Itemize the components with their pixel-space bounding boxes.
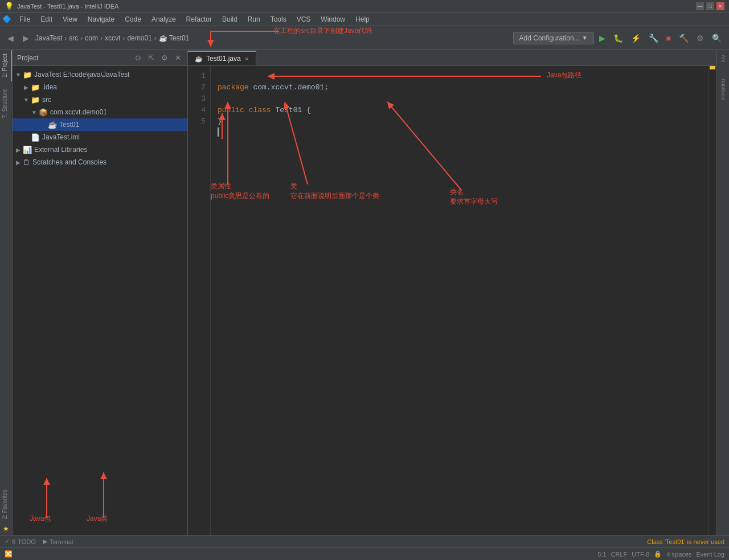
stop-button[interactable]: ■ [664,32,674,44]
terminal-item[interactable]: ▶ Terminal [43,538,73,545]
menu-help[interactable]: Help [351,14,374,24]
class-icon-test01: ☕ [48,121,57,129]
add-config-dropdown-icon: ▼ [582,35,588,41]
panel-settings-button[interactable]: ⚙ [159,53,170,63]
terminal-label: Terminal [50,538,73,545]
breadcrumb-com[interactable]: com [85,34,98,42]
tree-label-iml: JavaTest.iml [42,133,80,141]
cursor-position[interactable]: 5:1 [597,551,606,558]
tree-item-iml[interactable]: ▶ 📄 JavaTest.iml [13,131,187,143]
code-editor[interactable]: 1 2 3 4 5 package com.xccvt.demo01; publ… [188,66,716,535]
menu-window[interactable]: Window [316,14,350,24]
search-button[interactable]: 🔍 [709,32,724,44]
toolbar-forward-button[interactable]: ▶ [20,32,32,44]
line-separator[interactable]: CRLF [611,551,628,558]
warning-mark [710,66,715,69]
bottom-bar: ✓ 6 TODO ▶ Terminal Class 'Test01' is ne… [0,535,729,547]
structure-tab[interactable]: 7: Structure [0,85,12,122]
right-panel-tabs: Ant Database [716,50,729,535]
breadcrumb-test01[interactable]: ☕ Test01 [159,34,189,42]
encoding[interactable]: UTF-8 [632,551,649,558]
settings-button[interactable]: ⚙ [694,32,707,44]
tree-annotations-area: Java包 Java类 [13,467,187,535]
favorites-tab[interactable]: 2: Favorites [0,486,12,522]
editor-area: ☕ Test01.java ✕ 1 2 3 4 5 package com.xc… [188,50,716,535]
intellij-icon: 🔷 [2,15,11,23]
tree-item-javatest[interactable]: ▼ 📁 JavaTest E:\code\java\JavaTest [13,68,187,81]
tree-label-idea: .idea [42,83,57,91]
status-right: 5:1 CRLF UTF-8 🔒 4 spaces Event Log [597,550,724,558]
line-num-3: 3 [188,93,206,105]
add-configuration-button[interactable]: Add Configuration... ▼ [513,32,594,44]
menu-view[interactable]: View [58,14,82,24]
breadcrumb-javatest[interactable]: JavaTest [35,34,62,42]
toolbar-back-button[interactable]: ◀ [5,32,17,44]
ant-tab[interactable]: Ant [719,52,727,65]
expand-arrow-javatest: ▼ [15,72,22,78]
expand-arrow-package: ▼ [31,109,38,116]
panel-sync-button[interactable]: ⊙ [133,53,143,63]
menu-tools[interactable]: Tools [266,14,291,24]
tab-bar: ☕ Test01.java ✕ [188,50,716,66]
database-tab[interactable]: Database [719,76,727,103]
tree-item-test01[interactable]: ▶ ☕ Test01 [13,118,187,131]
tree-item-src[interactable]: ▼ 📁 src [13,93,187,106]
menu-run[interactable]: Run [243,14,265,24]
build-button[interactable]: 🔨 [676,32,691,44]
status-bar: 🔀 5:1 CRLF UTF-8 🔒 4 spaces Event Log [0,547,729,560]
menu-file[interactable]: File [15,14,35,24]
debug-button[interactable]: 🐛 [611,32,626,44]
code-line-2 [218,94,222,103]
main-content: 1: Project 7: Structure 2: Favorites ★ P… [0,50,729,535]
annotation-java-class: Java类 [87,514,108,524]
menu-build[interactable]: Build [218,14,242,24]
expand-arrow-idea: ▶ [23,84,30,90]
star-icon[interactable]: ★ [0,522,12,535]
left-sidebar-tabs: 1: Project 7: Structure 2: Favorites ★ [0,50,13,535]
add-config-label: Add Configuration... [519,34,580,42]
expand-arrow-iml: ▶ [23,134,30,141]
tree-item-scratches[interactable]: ▶ 🗒 Scratches and Consoles [13,156,187,168]
tree-item-external-libs[interactable]: ▶ 📊 External Libraries [13,143,187,156]
breadcrumb-demo01[interactable]: demo01 [127,34,151,42]
panel-collapse-button[interactable]: ⇱ [146,53,156,63]
panel-close-button[interactable]: ✕ [173,53,183,63]
project-tab[interactable]: 1: Project [0,50,12,81]
todo-item[interactable]: ✓ 6 TODO [5,538,36,545]
tree-item-idea[interactable]: ▶ 📁 .idea [13,81,187,93]
menu-analyze[interactable]: Analyze [147,14,181,24]
tab-test01[interactable]: ☕ Test01.java ✕ [188,51,256,65]
menu-edit[interactable]: Edit [36,14,57,24]
menu-vcs[interactable]: VCS [292,14,316,24]
menu-code[interactable]: Code [120,14,146,24]
profile-button[interactable]: 🔧 [646,32,661,44]
close-button[interactable]: ✕ [716,2,724,10]
menu-navigate[interactable]: Navigate [83,14,119,24]
folder-icon-javatest: 📁 [23,71,32,79]
code-content[interactable]: package com.xccvt.demo01; public class T… [211,66,708,535]
tab-close-button[interactable]: ✕ [244,56,249,62]
maximize-button[interactable]: □ [706,2,714,10]
event-log[interactable]: Event Log [696,551,724,558]
code-line-5 [218,127,219,137]
tree-label-external: External Libraries [34,146,87,154]
toolbar: ◀ ▶ JavaTest › src › com › xccvt › demo0… [0,26,729,50]
expand-arrow-src: ▼ [23,97,30,103]
menu-refactor[interactable]: Refactor [182,14,216,24]
tab-file-icon: ☕ [195,55,203,63]
cursor-caret [218,127,219,137]
minimize-button[interactable]: — [696,2,704,10]
tree-item-package[interactable]: ▼ 📦 com.xccvt.demo01 [13,106,187,118]
indent-info[interactable]: 4 spaces [666,551,691,558]
breadcrumb-xccvt[interactable]: xccvt [105,34,120,42]
run-button[interactable]: ▶ [596,32,608,44]
tree-label-test01: Test01 [59,121,79,129]
run-with-coverage-button[interactable]: ⚡ [628,32,644,44]
expand-arrow-scratches: ▶ [15,159,22,166]
tab-label: Test01.java [206,55,241,63]
project-panel: Project ⊙ ⇱ ⚙ ✕ ▼ 📁 JavaTest E:\code\jav… [13,50,188,535]
panel-header: Project ⊙ ⇱ ⚙ ✕ [13,50,187,66]
title-bar-controls[interactable]: — □ ✕ [696,2,724,10]
tree-label-package: com.xccvt.demo01 [50,108,107,116]
breadcrumb-src[interactable]: src [69,34,78,42]
